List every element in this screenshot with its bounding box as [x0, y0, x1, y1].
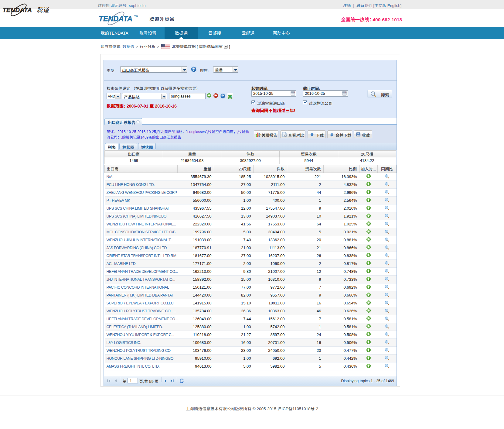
svg-text:TM: TM — [134, 15, 138, 18]
svg-text:腾道: 腾道 — [37, 5, 50, 14]
svg-text:TENDATA: TENDATA — [99, 15, 132, 23]
svg-text:TENDATA: TENDATA — [2, 6, 32, 13]
svg-text:?: ? — [192, 67, 195, 72]
svg-text:?: ? — [222, 94, 224, 98]
